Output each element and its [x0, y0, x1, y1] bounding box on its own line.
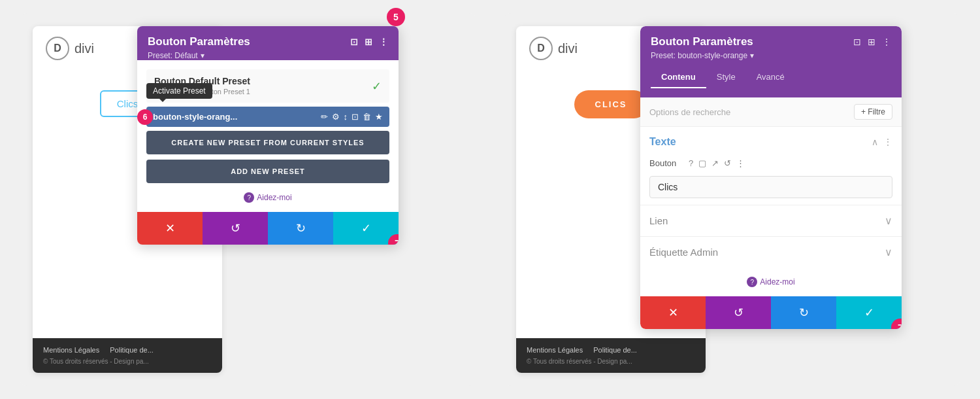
preset-arrow-right[interactable]: ▾: [750, 51, 754, 60]
preset-name-right: Preset: bouton-style-orange: [651, 51, 747, 60]
cancel-button-right[interactable]: ✕: [640, 296, 706, 329]
site-footer-right: Mentions Légales Politique de... © Tous …: [516, 338, 706, 373]
search-placeholder-text: Options de recherche: [649, 107, 730, 117]
icon-grid-left[interactable]: ⊞: [365, 37, 372, 47]
help-link-right[interactable]: ? Aidez-moi: [640, 268, 902, 296]
tab-contenu[interactable]: Contenu: [651, 67, 706, 88]
lien-label: Lien: [649, 215, 668, 226]
icon-resize-right[interactable]: ⊡: [853, 37, 861, 47]
bouton-field-icons: ? ▢ ↗ ↺ ⋮: [689, 158, 745, 168]
more-icon-field[interactable]: ⋮: [736, 158, 745, 168]
settings-title-row: Bouton Paramètres ⊡ ⊞ ⋮: [651, 35, 891, 48]
redo-button-left[interactable]: ↻: [268, 212, 333, 245]
divi-logo-left: D: [46, 37, 69, 60]
divi-logo-right: D: [529, 37, 553, 60]
modal-panel-left: Bouton Paramètres ⊡ ⊞ ⋮ 5 Preset: Défaut…: [137, 26, 399, 245]
footer-links-left: Mentions Légales Politique de...: [43, 346, 212, 354]
more-icon[interactable]: ⋮: [883, 137, 892, 147]
lien-arrow: ∨: [885, 215, 892, 227]
reset-icon-field[interactable]: ↺: [724, 158, 731, 168]
preset-orange-row: Activate Preset 6 bouton-style-orang... …: [146, 107, 389, 127]
settings-title-text: Bouton Paramètres: [651, 35, 753, 48]
cursor-icon-field[interactable]: ↗: [711, 158, 719, 168]
star-icon-orange[interactable]: ★: [375, 112, 383, 122]
preset-check-icon: ✓: [372, 79, 382, 94]
texte-section-title: Texte: [649, 136, 676, 148]
help-icon-left: ?: [244, 192, 254, 203]
left-panel: D divi Clics Mentions Légales Politique …: [20, 13, 477, 386]
modal-subtitle-left: Preset: Défaut ▾: [148, 48, 388, 60]
settings-body-right: Options de recherche + Filtre Texte ∧ ⋮ …: [640, 97, 902, 296]
preset-label-left: Preset: Défaut: [148, 51, 198, 60]
modal-header-icons-left: ⊡ ⊞ ⋮: [350, 37, 388, 47]
etiquette-arrow: ∨: [885, 246, 892, 258]
help-text-left: Aidez-moi: [257, 193, 291, 202]
section-icons: ∧ ⋮: [872, 137, 892, 147]
collapse-icon[interactable]: ∧: [872, 137, 878, 147]
bouton-input-wrapper: [640, 173, 902, 205]
settings-subtitle: Preset: bouton-style-orange ▾: [651, 51, 891, 60]
preset-orange-icons: ✏ ⚙ ↕ ⊡ 🗑 ★: [321, 112, 384, 122]
help-icon-field[interactable]: ?: [689, 158, 693, 168]
clics-button-right[interactable]: CLICS: [574, 90, 648, 118]
footer-link-2-left: Politique de...: [110, 346, 154, 354]
create-preset-button[interactable]: CREATE NEW PRESET FROM CURRENT STYLES: [146, 131, 389, 154]
right-panel: D divi CLICS Mentions Légales Politique …: [503, 13, 960, 386]
filter-button[interactable]: + Filtre: [854, 104, 892, 120]
site-footer-left: Mentions Légales Politique de... © Tous …: [33, 338, 222, 373]
texte-section-header: Texte ∧ ⋮: [640, 127, 902, 153]
icon-grid-right[interactable]: ⊞: [868, 37, 875, 47]
modal-header-left: Bouton Paramètres ⊡ ⊞ ⋮ 5 Preset: Défaut…: [137, 26, 399, 60]
icon-resize-left[interactable]: ⊡: [350, 37, 358, 47]
tab-style[interactable]: Style: [706, 67, 746, 88]
copy-icon-orange[interactable]: ⊡: [351, 112, 359, 122]
activate-tooltip: Activate Preset: [146, 83, 212, 99]
footer-copy-right: © Tous droits réservés - Design pa...: [527, 358, 695, 365]
bouton-input[interactable]: [649, 176, 892, 198]
icon-more-left[interactable]: ⋮: [379, 37, 388, 47]
redo-button-right[interactable]: ↻: [771, 296, 836, 329]
tablet-icon-field[interactable]: ▢: [698, 158, 706, 168]
divi-brand-left: divi: [74, 41, 94, 56]
delete-icon-orange[interactable]: 🗑: [363, 112, 371, 122]
preset-orange-item[interactable]: 6 bouton-style-orang... ✏ ⚙ ↕ ⊡ 🗑 ★: [146, 107, 389, 127]
cancel-button-left[interactable]: ✕: [137, 212, 203, 245]
help-link-left[interactable]: ? Aidez-moi: [146, 192, 389, 203]
tab-avance[interactable]: Avancé: [746, 67, 795, 88]
etiquette-label: Étiquette Admin: [649, 247, 718, 258]
badge-5: 5: [387, 8, 405, 26]
footer-links-right: Mentions Légales Politique de...: [527, 346, 695, 354]
modal-title-left: Bouton Paramètres ⊡ ⊞ ⋮ 5: [148, 35, 388, 48]
help-text-right: Aidez-moi: [760, 277, 794, 286]
edit-icon-orange[interactable]: ✏: [321, 112, 328, 122]
search-row: Options de recherche + Filtre: [640, 97, 902, 127]
settings-tabs-right: Contenu Style Avancé: [651, 67, 891, 88]
settings-icon-orange[interactable]: ⚙: [332, 112, 340, 122]
modal-footer-right: ✕ ↺ ↻ ✓ 7: [640, 296, 902, 329]
badge-6: 6: [137, 109, 153, 125]
bouton-field-label: Bouton: [649, 158, 682, 168]
footer-link-2-right: Politique de...: [593, 346, 637, 354]
etiquette-section[interactable]: Étiquette Admin ∨: [640, 236, 902, 268]
modal-footer-left: ✕ ↺ ↻ ✓ 7: [137, 212, 399, 245]
move-icon-orange[interactable]: ↕: [344, 112, 348, 122]
subtitle-arrow-left[interactable]: ▾: [201, 51, 204, 60]
help-icon-right: ?: [747, 277, 757, 287]
settings-panel-right: Bouton Paramètres ⊡ ⊞ ⋮ Preset: bouton-s…: [640, 26, 902, 329]
footer-link-1-right: Mentions Légales: [527, 346, 583, 354]
bouton-field-row: Bouton ? ▢ ↗ ↺ ⋮: [640, 153, 902, 173]
add-preset-button[interactable]: ADD NEW PRESET: [146, 160, 389, 183]
lien-section[interactable]: Lien ∨: [640, 205, 902, 236]
footer-copy-left: © Tous droits réservés - Design pa...: [43, 358, 212, 365]
settings-header-right: Bouton Paramètres ⊡ ⊞ ⋮ Preset: bouton-s…: [640, 26, 902, 97]
divi-brand-right: divi: [558, 41, 578, 56]
preset-orange-name: bouton-style-orang...: [153, 112, 316, 122]
footer-link-1-left: Mentions Légales: [43, 346, 99, 354]
modal-body-left: Bouton Default Preset ★ Based On: Bouton…: [137, 60, 399, 212]
undo-button-right[interactable]: ↺: [706, 296, 771, 329]
undo-button-left[interactable]: ↺: [203, 212, 268, 245]
modal-title-text-left: Bouton Paramètres: [148, 35, 250, 48]
icon-more-right[interactable]: ⋮: [882, 37, 891, 47]
